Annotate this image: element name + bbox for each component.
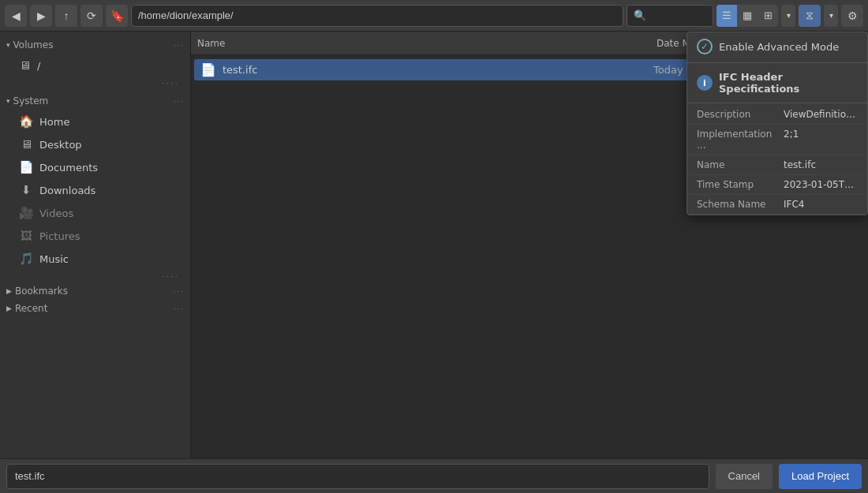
path-input[interactable] bbox=[131, 5, 623, 27]
volumes-expand: ···· bbox=[0, 77, 190, 89]
system-section: ▾ System ··· 🏠 Home 🖥 Desktop 📄 Document… bbox=[0, 92, 190, 282]
enable-advanced-mode-item[interactable]: Enable Advanced Mode bbox=[687, 32, 867, 61]
pictures-icon: 🖼 bbox=[19, 229, 33, 243]
view-compact-button[interactable]: ▦ bbox=[737, 5, 758, 27]
prop-row-description: Description ViewDefinition[D... bbox=[687, 105, 867, 125]
prop-label-schema: Schema Name bbox=[697, 199, 784, 210]
prop-label-name: Name bbox=[697, 159, 784, 170]
ifc-header-label: IFC Header Specifications bbox=[719, 71, 858, 95]
sidebar: ▾ Volumes ··· 🖥 / ···· ▾ System ··· bbox=[0, 32, 191, 458]
system-expand-dots[interactable]: ···· bbox=[162, 271, 179, 282]
home-icon: 🏠 bbox=[19, 114, 33, 129]
refresh-button[interactable]: ⟳ bbox=[80, 5, 103, 27]
load-project-button[interactable]: Load Project bbox=[779, 464, 862, 489]
sidebar-item-home-label: Home bbox=[39, 116, 69, 128]
recent-section: ▶ Recent ··· bbox=[0, 300, 190, 317]
sidebar-item-music-label: Music bbox=[39, 253, 69, 265]
bookmarks-label: Bookmarks bbox=[15, 286, 68, 297]
view-chevron-button[interactable]: ▾ bbox=[781, 5, 795, 27]
sidebar-item-root[interactable]: 🖥 / bbox=[3, 54, 187, 77]
sidebar-item-videos-label: Videos bbox=[39, 207, 73, 219]
filter-chevron-button[interactable]: ▾ bbox=[824, 5, 838, 27]
toolbar: ◀ ▶ ↑ ⟳ 🔖 ☰ ▦ ⊞ ▾ ⧖ ▾ ⚙ bbox=[0, 0, 868, 32]
recent-chevron: ▶ bbox=[6, 304, 12, 312]
view-toggle-group: ☰ ▦ ⊞ bbox=[716, 5, 778, 27]
search-input[interactable] bbox=[627, 5, 713, 27]
bottom-bar: Cancel Load Project bbox=[0, 458, 868, 493]
recent-header[interactable]: ▶ Recent ··· bbox=[0, 300, 190, 317]
sidebar-item-videos[interactable]: 🎥 Videos bbox=[3, 202, 187, 224]
prop-value-description: ViewDefinition[D... bbox=[784, 109, 858, 120]
recent-dots: ··· bbox=[174, 304, 185, 314]
dropdown-panel: Enable Advanced Mode i IFC Header Specif… bbox=[687, 32, 868, 215]
volumes-header[interactable]: ▾ Volumes ··· bbox=[0, 36, 190, 54]
bookmarks-section: ▶ Bookmarks ··· bbox=[0, 282, 190, 300]
system-header[interactable]: ▾ System ··· bbox=[0, 92, 190, 110]
info-icon: i bbox=[697, 75, 713, 91]
system-chevron: ▾ bbox=[6, 97, 10, 105]
ifc-header-item[interactable]: i IFC Header Specifications bbox=[687, 65, 867, 101]
sidebar-item-root-label: / bbox=[37, 60, 40, 72]
volumes-section: ▾ Volumes ··· 🖥 / ···· bbox=[0, 36, 190, 89]
back-button[interactable]: ◀ bbox=[5, 5, 27, 27]
sidebar-item-documents-label: Documents bbox=[39, 162, 98, 174]
file-name: test.ifc bbox=[223, 64, 653, 76]
recent-label: Recent bbox=[15, 303, 47, 314]
sidebar-item-music[interactable]: 🎵 Music bbox=[3, 248, 187, 270]
system-label: System bbox=[13, 95, 49, 106]
prop-row-timestamp: Time Stamp 2023-01-05T10:0... bbox=[687, 175, 867, 195]
sidebar-item-desktop[interactable]: 🖥 Desktop bbox=[3, 133, 187, 155]
file-area: Name Date Modified ▼ Size 📄 test.ifc Tod… bbox=[191, 32, 868, 458]
volumes-chevron: ▾ bbox=[6, 41, 10, 49]
videos-icon: 🎥 bbox=[19, 206, 33, 220]
filter-button[interactable]: ⧖ bbox=[799, 5, 821, 27]
dropdown-divider bbox=[687, 62, 867, 63]
props-divider bbox=[687, 103, 867, 103]
settings-button[interactable]: ⚙ bbox=[841, 5, 863, 27]
up-button[interactable]: ↑ bbox=[55, 5, 77, 27]
main-area: ▾ Volumes ··· 🖥 / ···· ▾ System ··· bbox=[0, 32, 868, 458]
volumes-dots: ··· bbox=[174, 40, 185, 50]
prop-label-implementation: Implementation ... bbox=[697, 129, 784, 151]
prop-label-timestamp: Time Stamp bbox=[697, 179, 784, 190]
sidebar-item-home[interactable]: 🏠 Home bbox=[3, 110, 187, 133]
downloads-icon: ⬇ bbox=[19, 183, 33, 197]
prop-row-name: Name test.ifc bbox=[687, 155, 867, 175]
volumes-label: Volumes bbox=[13, 39, 54, 50]
sidebar-item-desktop-label: Desktop bbox=[39, 139, 82, 151]
system-dots: ··· bbox=[174, 96, 185, 106]
sidebar-item-downloads[interactable]: ⬇ Downloads bbox=[3, 179, 187, 201]
view-grid-button[interactable]: ⊞ bbox=[758, 5, 778, 27]
sidebar-item-pictures[interactable]: 🖼 Pictures bbox=[3, 225, 187, 247]
sidebar-item-documents[interactable]: 📄 Documents bbox=[3, 156, 187, 178]
system-expand: ···· bbox=[0, 271, 190, 282]
volumes-expand-dots[interactable]: ···· bbox=[162, 78, 179, 88]
bookmarks-chevron: ▶ bbox=[6, 287, 12, 295]
bookmarks-dots: ··· bbox=[174, 286, 185, 297]
prop-value-name: test.ifc bbox=[784, 159, 816, 170]
music-icon: 🎵 bbox=[19, 252, 33, 266]
sidebar-item-pictures-label: Pictures bbox=[39, 230, 80, 242]
drive-icon: 🖥 bbox=[19, 58, 31, 73]
prop-row-implementation: Implementation ... 2;1 bbox=[687, 125, 867, 155]
prop-label-description: Description bbox=[697, 109, 784, 120]
prop-row-schema: Schema Name IFC4 bbox=[687, 195, 867, 215]
documents-icon: 📄 bbox=[19, 160, 33, 174]
prop-value-timestamp: 2023-01-05T10:0... bbox=[784, 179, 858, 190]
bookmark-button[interactable]: 🔖 bbox=[106, 5, 128, 27]
cancel-button[interactable]: Cancel bbox=[716, 464, 773, 489]
advanced-mode-checkbox[interactable] bbox=[697, 39, 713, 54]
prop-value-implementation: 2;1 bbox=[784, 129, 799, 151]
filename-input[interactable] bbox=[6, 464, 709, 489]
enable-advanced-mode-label: Enable Advanced Mode bbox=[719, 41, 839, 53]
view-list-button[interactable]: ☰ bbox=[716, 5, 737, 27]
bookmarks-header[interactable]: ▶ Bookmarks ··· bbox=[0, 282, 190, 300]
prop-value-schema: IFC4 bbox=[784, 199, 804, 210]
forward-button[interactable]: ▶ bbox=[30, 5, 52, 27]
col-name-header: Name bbox=[197, 38, 657, 49]
sidebar-item-downloads-label: Downloads bbox=[39, 185, 95, 196]
file-icon: 📄 bbox=[200, 62, 216, 77]
desktop-icon: 🖥 bbox=[19, 137, 33, 151]
